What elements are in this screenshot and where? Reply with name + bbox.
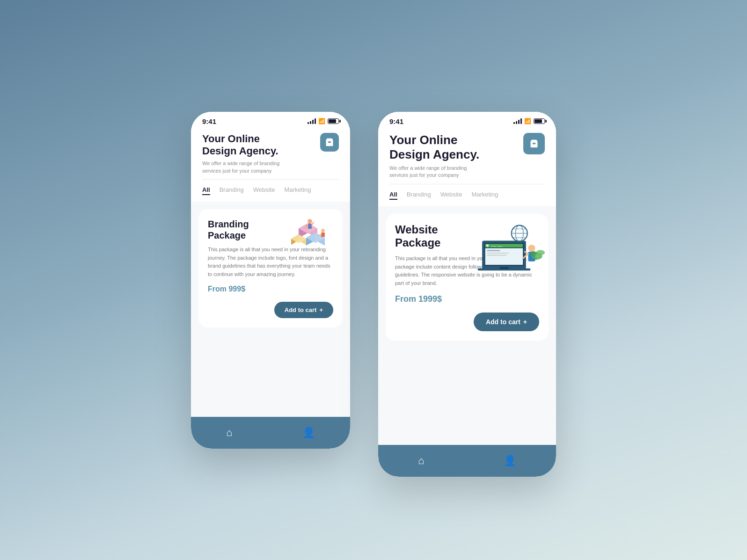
header-text-1: Your OnlineDesign Agency. We offer a wid… bbox=[202, 133, 286, 175]
header-1: Your OnlineDesign Agency. We offer a wid… bbox=[191, 128, 350, 180]
svg-point-13 bbox=[321, 229, 325, 233]
wifi-icon: 📶 bbox=[318, 118, 325, 124]
svg-rect-22 bbox=[487, 250, 500, 251]
package-card-1: BrandingPackage This package is all that… bbox=[198, 209, 343, 327]
battery-icon bbox=[328, 118, 339, 124]
tabs-2: All Branding Website Marketing bbox=[378, 184, 556, 206]
status-icons-1: 📶 bbox=[308, 118, 339, 124]
signal-icon-2 bbox=[513, 118, 522, 124]
svg-rect-14 bbox=[321, 233, 325, 237]
wifi-icon-2: 📶 bbox=[524, 118, 531, 124]
svg-point-33 bbox=[530, 251, 537, 255]
signal-icon bbox=[308, 118, 316, 124]
branding-illustration bbox=[284, 212, 340, 259]
tab-marketing-1[interactable]: Marketing bbox=[284, 186, 311, 195]
profile-icon-1[interactable]: 👤 bbox=[302, 427, 315, 439]
tabs-1: All Branding Website Marketing bbox=[191, 180, 350, 202]
app-title-2: Your OnlineDesign Agency. bbox=[389, 133, 479, 162]
tab-all-2[interactable]: All bbox=[389, 191, 397, 200]
content-1: BrandingPackage This package is all that… bbox=[191, 202, 350, 416]
app-subtitle-2: We offer a wide range of branding servic… bbox=[389, 165, 474, 179]
tab-website-1[interactable]: Website bbox=[253, 186, 275, 195]
tab-branding-1[interactable]: Branding bbox=[220, 186, 244, 195]
app-subtitle-1: We offer a wide range of branding servic… bbox=[202, 160, 286, 175]
svg-rect-26 bbox=[500, 267, 509, 269]
app-title-1: Your OnlineDesign Agency. bbox=[202, 133, 286, 158]
cart-icon-2 bbox=[529, 139, 539, 148]
svg-rect-23 bbox=[487, 253, 509, 254]
svg-point-9 bbox=[308, 219, 312, 224]
header-2: Your OnlineDesign Agency. We offer a wid… bbox=[378, 128, 556, 184]
svg-line-12 bbox=[312, 222, 314, 225]
add-to-cart-button-2[interactable]: Add to cart + bbox=[474, 313, 539, 331]
cart-button-2[interactable] bbox=[523, 133, 545, 154]
svg-rect-10 bbox=[308, 224, 312, 229]
package-title-2: WebsitePackage bbox=[395, 223, 474, 250]
tab-all-1[interactable]: All bbox=[202, 186, 210, 195]
package-card-2: http://www... bbox=[386, 214, 549, 341]
add-to-cart-button-1[interactable]: Add to cart + bbox=[274, 302, 333, 318]
tab-website-2[interactable]: Website bbox=[440, 191, 462, 200]
status-icons-2: 📶 bbox=[513, 118, 545, 124]
svg-point-20 bbox=[486, 244, 489, 247]
package-price-1: From 999$ bbox=[208, 285, 333, 293]
phone-1: 9:41 📶 Your OnlineDesign Agency. We offe… bbox=[191, 112, 350, 449]
profile-icon-2[interactable]: 👤 bbox=[504, 455, 516, 467]
bottom-nav-1: ⌂ 👤 bbox=[191, 417, 350, 449]
home-icon-1[interactable]: ⌂ bbox=[226, 427, 232, 439]
battery-icon-2 bbox=[534, 118, 545, 124]
bottom-nav-2: ⌂ 👤 bbox=[378, 445, 556, 477]
status-time-2: 9:41 bbox=[389, 117, 403, 125]
svg-text:http://www...: http://www... bbox=[491, 245, 505, 247]
header-text-2: Your OnlineDesign Agency. We offer a wid… bbox=[389, 133, 479, 179]
svg-point-27 bbox=[528, 245, 535, 252]
svg-point-32 bbox=[536, 250, 545, 255]
cart-icon-1 bbox=[325, 138, 334, 147]
status-time-1: 9:41 bbox=[202, 117, 216, 125]
tab-branding-2[interactable]: Branding bbox=[407, 191, 431, 200]
website-illustration: http://www... bbox=[476, 217, 546, 273]
svg-point-39 bbox=[512, 225, 527, 241]
cart-button-1[interactable] bbox=[320, 133, 339, 152]
svg-rect-24 bbox=[487, 255, 506, 255]
phone-2: 9:41 📶 Your OnlineDesign Agency. We offe… bbox=[378, 112, 556, 477]
status-bar-2: 9:41 📶 bbox=[378, 112, 556, 128]
home-icon-2[interactable]: ⌂ bbox=[418, 455, 424, 467]
content-2: http://www... bbox=[378, 206, 556, 445]
package-title-1: BrandingPackage bbox=[208, 218, 277, 241]
tab-marketing-2[interactable]: Marketing bbox=[471, 191, 498, 200]
package-price-2: From 1999$ bbox=[395, 294, 539, 304]
status-bar-1: 9:41 📶 bbox=[191, 112, 350, 128]
